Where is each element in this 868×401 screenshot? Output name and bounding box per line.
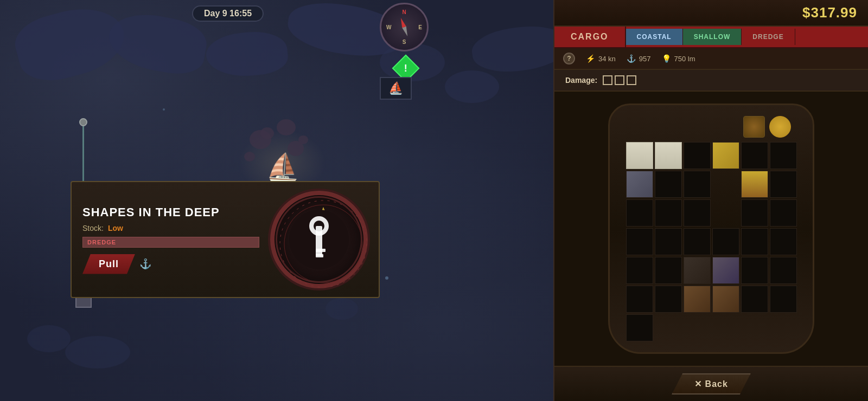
cargo-cell-2-4 (770, 199, 797, 227)
alert-icon[interactable]: ! (396, 59, 416, 78)
damage-box-1 (603, 75, 612, 85)
svg-rect-6 (316, 254, 323, 257)
land-mass-9 (65, 336, 130, 368)
fishing-line-top-ball (79, 118, 87, 126)
cargo-cell-0-1 (655, 142, 682, 169)
cargo-cell-0-2 (684, 142, 711, 169)
fishing-title: SHAPES IN THE DEEP (82, 205, 259, 219)
cargo-panel: $317.99 CARGO COASTAL SHALLOW DREDGE ? ⚡… (553, 0, 868, 401)
cargo-cell-1-3 (741, 171, 768, 198)
cargo-cell-4-5 (626, 286, 653, 313)
svg-rect-5 (316, 249, 326, 252)
fishing-wheel[interactable] (270, 191, 368, 288)
turns-icon: ⚓ (627, 54, 636, 63)
compass: N S E W (380, 3, 429, 51)
pull-button-row: Pull ⚓ (82, 254, 259, 274)
cargo-cell-2-0 (626, 199, 653, 227)
cargo-grid (621, 142, 802, 341)
creature-2 (277, 119, 296, 135)
cargo-cell-4-2 (712, 257, 739, 284)
stock-label: Stock: (82, 224, 104, 232)
cargo-tabs: CARGO COASTAL SHALLOW DREDGE (554, 27, 868, 48)
dredge-badge: DREDGE (82, 237, 259, 248)
land-mass-8 (27, 325, 71, 352)
player-boat: ⛵ (266, 152, 299, 183)
help-button[interactable]: ? (563, 53, 575, 64)
cargo-hold (608, 104, 814, 354)
cargo-grid-area (554, 92, 868, 366)
cargo-cell-2-2 (684, 199, 711, 227)
cargo-item-small-2 (769, 116, 791, 138)
cargo-cell-3-3 (741, 228, 768, 255)
compass-south: S (403, 39, 406, 45)
cargo-cell-3-2 (712, 228, 739, 255)
stat-speed: ⚡ 34 kn (586, 54, 616, 63)
stock-value: Low (108, 224, 123, 232)
damage-label: Damage: (565, 76, 597, 85)
time-display: Day 9 16:55 (192, 5, 264, 22)
hud-time: Day 9 16:55 (192, 5, 264, 22)
wheel-content (289, 210, 349, 269)
fishing-panel: SHAPES IN THE DEEP Stock: Low DREDGE Pul… (71, 181, 380, 298)
map-dot-2 (385, 276, 388, 280)
fishing-stock-row: Stock: Low (82, 224, 259, 232)
needle-south (402, 27, 410, 37)
compass-outer: N S E W (380, 3, 429, 51)
stat-turns: ⚓ 957 (627, 54, 651, 63)
damage-box-2 (615, 75, 624, 85)
fishing-panel-inner: SHAPES IN THE DEEP Stock: Low DREDGE Pul… (72, 182, 379, 297)
tab-shallow[interactable]: SHALLOW (683, 29, 742, 45)
compass-west: W (386, 24, 391, 30)
cargo-cell-0-5 (770, 142, 797, 169)
cargo-cell-4-0 (655, 257, 682, 284)
cargo-cell-0-3 (712, 142, 739, 169)
pull-icon: ⚓ (139, 258, 151, 270)
cargo-cell-5-2 (712, 286, 739, 313)
cargo-cell-3-4 (770, 228, 797, 255)
back-button[interactable]: ✕ Back (672, 373, 751, 394)
cargo-cell-3-0 (655, 228, 682, 255)
fishing-silhouette (297, 215, 341, 264)
cargo-cell-3-1 (684, 228, 711, 255)
cargo-cell-5-0 (655, 286, 682, 313)
creature-4 (260, 127, 274, 139)
cargo-cell-4-3 (741, 257, 768, 284)
wheel-outer (270, 191, 368, 288)
cargo-cell-5-3 (741, 286, 768, 313)
compass-east: E (418, 24, 422, 30)
land-mass-10 (326, 298, 358, 320)
light-value: 750 lm (674, 55, 695, 63)
ship-hud-icon: ⛵ (388, 81, 403, 95)
cargo-cell-2-1 (655, 199, 682, 227)
creature-6 (298, 135, 308, 144)
cargo-cell-5-5 (626, 314, 653, 341)
map-dot-4 (163, 108, 165, 111)
money-display: $317.99 (802, 4, 857, 21)
cargo-cell-5-1 (684, 286, 711, 313)
compass-rose: N S E W (385, 8, 423, 46)
cargo-cell-4-4 (770, 257, 797, 284)
tab-coastal[interactable]: COASTAL (626, 29, 683, 45)
cargo-item-small-1 (743, 116, 765, 138)
fishing-info: SHAPES IN THE DEEP Stock: Low DREDGE Pul… (82, 205, 259, 274)
stat-light: 💡 750 lm (662, 54, 695, 63)
speed-icon: ⚡ (586, 54, 595, 63)
cargo-cell-5-4 (770, 286, 797, 313)
cargo-cell-0-0 (626, 142, 653, 169)
cargo-cell-2-5 (626, 228, 653, 255)
cargo-cell-1-0 (626, 171, 653, 198)
ship-indicator: ⛵ (380, 77, 412, 100)
damage-section: Damage: (554, 70, 868, 92)
turns-value: 957 (639, 55, 651, 63)
stats-bar: ? ⚡ 34 kn ⚓ 957 💡 750 lm (554, 48, 868, 70)
cargo-cell-0-4 (741, 142, 768, 169)
cargo-label: CARGO (554, 27, 626, 47)
pull-button[interactable]: Pull (82, 254, 135, 274)
light-icon: 💡 (662, 54, 671, 63)
money-bar: $317.99 (554, 0, 868, 27)
back-button-area: ✕ Back (554, 366, 868, 401)
cargo-cell-2-3 (741, 199, 768, 227)
compass-north: N (402, 9, 406, 15)
alert-exclamation: ! (404, 63, 407, 74)
tab-dredge[interactable]: DREDGE (742, 29, 795, 45)
